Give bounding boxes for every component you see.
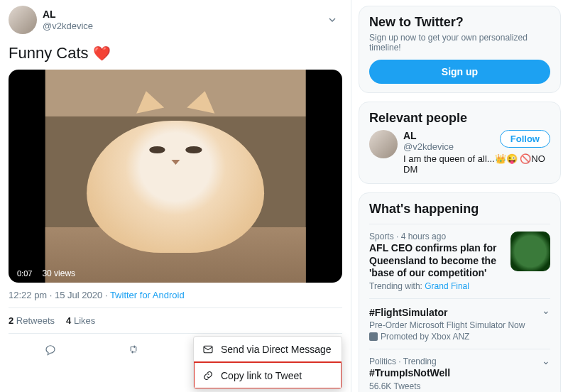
tweet-body: Funny Cats ❤️ <box>9 44 342 62</box>
link-icon <box>202 370 214 381</box>
relevant-name[interactable]: AL <box>403 130 454 141</box>
video-meta: 0:07 30 views <box>14 268 75 278</box>
video-thumbnail <box>45 70 306 283</box>
tweet-timestamp-line: 12:22 pm · 15 Jul 2020 · Twitter for And… <box>9 290 342 300</box>
promoted-icon <box>369 332 378 341</box>
whats-happening-card: What's happening Sports · 4 hours ago AF… <box>359 192 561 392</box>
trend-promo: Promoted by Xbox ANZ <box>369 332 550 342</box>
menu-copy-link[interactable]: Copy link to Tweet <box>194 362 342 388</box>
trend-sub: Pre-Order Microsoft Flight Simulator Now <box>369 320 550 330</box>
video-views: 30 views <box>42 268 75 278</box>
trend-meta: Sports · 4 hours ago <box>369 232 505 241</box>
relevant-handle[interactable]: @v2kdevice <box>403 141 454 152</box>
relevant-people-card: Relevant people AL @v2kdevice Follow I a… <box>359 102 561 184</box>
menu-send-dm[interactable]: Send via Direct Message <box>194 337 342 362</box>
relevant-person: AL @v2kdevice Follow I am the queen of a… <box>369 130 550 175</box>
signup-button[interactable]: Sign up <box>369 60 550 84</box>
trend-flightsim[interactable]: #FlightSimulator Pre-Order Microsoft Fli… <box>369 298 550 349</box>
trend-trumpisnotwell[interactable]: Politics · Trending #TrumpIsNotWell 56.6… <box>369 349 550 392</box>
chevron-down-icon <box>327 14 338 26</box>
share-dropdown: Send via Direct Message Copy link to Twe… <box>193 336 342 389</box>
signup-title: New to Twitter? <box>369 15 550 30</box>
reply-icon <box>44 343 57 356</box>
trend-sub: Trending with: Grand Final <box>369 281 505 291</box>
trend-title: #TrumpIsNotWell <box>369 367 550 380</box>
reply-button[interactable] <box>9 338 92 361</box>
signup-subtitle: Sign up now to get your own personalized… <box>369 33 550 53</box>
trend-title: AFL CEO confirms plan for Queensland to … <box>369 242 505 280</box>
retweet-button[interactable] <box>92 338 176 361</box>
relevant-bio: I am the queen of all...👑😜 🚫NO DM <box>403 153 550 175</box>
menu-send-dm-label: Send via Direct Message <box>221 344 332 355</box>
author-display-name: AL <box>43 9 93 21</box>
sidebar: New to Twitter? Sign up now to get your … <box>351 0 568 392</box>
trend-meta: Politics · Trending <box>369 356 550 366</box>
whats-happening-title: What's happening <box>369 202 550 221</box>
svg-rect-0 <box>204 346 212 352</box>
tweet-video[interactable]: 0:07 30 views <box>9 70 342 283</box>
author-avatar[interactable] <box>9 6 37 34</box>
chevron-down-icon[interactable]: ⌄ <box>542 305 550 316</box>
video-duration: 0:07 <box>14 268 35 278</box>
tweet-more-button[interactable] <box>322 10 342 30</box>
trend-thumb <box>510 232 550 271</box>
chevron-down-icon[interactable]: ⌄ <box>542 355 550 366</box>
heart-emoji: ❤️ <box>93 45 111 62</box>
retweet-icon <box>127 343 140 356</box>
tweet-source[interactable]: Twitter for Android <box>110 290 185 300</box>
follow-button[interactable]: Follow <box>500 130 550 148</box>
tweet-stats: 2 Retweets 4 Likes <box>9 307 342 334</box>
envelope-icon <box>202 344 214 355</box>
relevant-avatar[interactable] <box>369 130 398 158</box>
tweet-column: AL @v2kdevice Funny Cats ❤️ 0:07 30 view… <box>0 0 351 392</box>
retweets-stat[interactable]: 2 Retweets <box>9 315 55 326</box>
trend-sub: 56.6K Tweets <box>369 381 550 391</box>
trend-afl[interactable]: Sports · 4 hours ago AFL CEO confirms pl… <box>369 224 550 298</box>
relevant-title: Relevant people <box>369 111 550 126</box>
author-names[interactable]: AL @v2kdevice <box>43 9 93 31</box>
likes-stat[interactable]: 4 Likes <box>66 315 95 326</box>
signup-card: New to Twitter? Sign up now to get your … <box>359 6 561 93</box>
tweet-timestamp: 12:22 pm · 15 Jul 2020 <box>9 290 102 300</box>
author-handle: @v2kdevice <box>43 21 93 32</box>
menu-copy-link-label: Copy link to Tweet <box>221 370 302 381</box>
trend-title: #FlightSimulator <box>369 307 550 320</box>
tweet-text: Funny Cats <box>9 44 89 62</box>
tweet-header: AL @v2kdevice <box>9 6 342 34</box>
